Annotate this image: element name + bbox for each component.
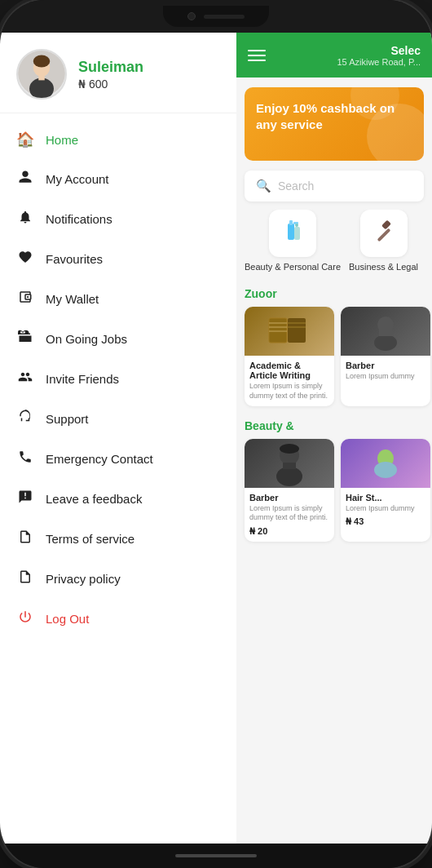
sidebar-item-notifications[interactable]: Notifications bbox=[0, 199, 236, 239]
categories-row: Beauty & Personal Care Business & Legal bbox=[236, 210, 432, 282]
hamburger-line-2 bbox=[248, 55, 266, 56]
heart-icon bbox=[16, 250, 34, 268]
svg-point-29 bbox=[374, 462, 397, 478]
svg-rect-4 bbox=[38, 74, 44, 80]
card-hair-styling-title: Hair St... bbox=[346, 493, 425, 503]
svg-point-10 bbox=[295, 224, 298, 227]
svg-rect-12 bbox=[381, 219, 391, 229]
svg-rect-7 bbox=[289, 220, 293, 225]
wallet-icon bbox=[16, 290, 34, 308]
person-icon bbox=[16, 170, 34, 188]
sidebar-item-emergency-contact[interactable]: Emergency Contact bbox=[0, 439, 236, 479]
hamburger-line-1 bbox=[248, 50, 266, 51]
category-item-business[interactable]: Business & Legal bbox=[349, 210, 418, 272]
headset-icon bbox=[16, 410, 34, 428]
sidebar-item-invite-friends-label: Invite Friends bbox=[46, 372, 119, 386]
main-content: Selec 15 Azikiwe Road, P... Enjoy 10% ca… bbox=[236, 33, 432, 844]
home-indicator[interactable] bbox=[175, 854, 257, 857]
svg-rect-26 bbox=[283, 463, 296, 469]
card-academic-body: Academic & Article Writing Lorem Ipsum i… bbox=[245, 356, 334, 405]
location-select-label[interactable]: Selec bbox=[337, 44, 421, 57]
card-hair-styling-price: ₦ 43 bbox=[346, 516, 425, 527]
front-camera bbox=[187, 12, 196, 20]
sidebar-item-my-wallet-label: My Wallet bbox=[46, 292, 99, 306]
sidebar-item-leave-feedback-label: Leave a feedback bbox=[46, 492, 142, 506]
sidebar-navigation: 🏠 Home My Account Notifications bbox=[0, 113, 236, 844]
section1-cards: Academic & Article Writing Lorem Ipsum i… bbox=[236, 307, 432, 414]
sidebar-item-favourites[interactable]: Favourites bbox=[0, 239, 236, 279]
search-icon: 🔍 bbox=[256, 179, 271, 193]
svg-rect-23 bbox=[379, 330, 392, 336]
location-address: 15 Azikiwe Road, P... bbox=[337, 57, 421, 67]
card-barber2-price: ₦ 20 bbox=[249, 526, 329, 537]
sidebar-item-terms-of-service[interactable]: Terms of service bbox=[0, 519, 236, 559]
sidebar-item-notifications-label: Notifications bbox=[46, 212, 112, 226]
section2-cards: Barber Lorem Ipsum is simply dummy text … bbox=[236, 439, 432, 550]
svg-rect-6 bbox=[288, 224, 294, 240]
card-barber1-image bbox=[341, 307, 430, 356]
category-beauty-label: Beauty & Personal Care bbox=[245, 262, 341, 272]
svg-point-27 bbox=[280, 444, 299, 454]
card-academic-image bbox=[245, 307, 334, 356]
sidebar-item-invite-friends[interactable]: Invite Friends bbox=[0, 359, 236, 399]
sidebar-item-support-label: Support bbox=[46, 412, 89, 426]
sidebar-drawer: Suleiman ₦ 600 🏠 Home My Account bbox=[0, 33, 236, 844]
speaker bbox=[204, 15, 245, 19]
category-business-label: Business & Legal bbox=[349, 262, 418, 272]
main-header: Selec 15 Azikiwe Road, P... bbox=[236, 33, 432, 78]
svg-point-22 bbox=[374, 334, 397, 351]
card-barber2-title: Barber bbox=[249, 493, 329, 503]
jobs-icon bbox=[16, 330, 34, 348]
sidebar-item-favourites-label: Favourites bbox=[46, 252, 103, 266]
user-name: Suleiman bbox=[78, 59, 143, 76]
notch bbox=[163, 6, 269, 27]
category-item-beauty[interactable]: Beauty & Personal Care bbox=[245, 210, 341, 272]
hamburger-button[interactable] bbox=[248, 50, 266, 61]
section2-title: Beauty & bbox=[236, 414, 432, 439]
avatar bbox=[16, 49, 67, 100]
phone-frame: Suleiman ₦ 600 🏠 Home My Account bbox=[0, 0, 432, 868]
sidebar-item-privacy-policy-label: Privacy policy bbox=[46, 572, 121, 586]
svg-point-2 bbox=[33, 55, 51, 67]
card-barber1-desc: Lorem Ipsum dummy bbox=[346, 372, 425, 382]
phone-bottom-bar bbox=[0, 844, 432, 868]
sidebar-item-my-account[interactable]: My Account bbox=[0, 159, 236, 199]
card-academic[interactable]: Academic & Article Writing Lorem Ipsum i… bbox=[245, 307, 334, 405]
business-icon-box bbox=[360, 210, 408, 257]
banner-text: Enjoy 10% cashback on any service bbox=[256, 100, 412, 132]
card-barber1[interactable]: Barber Lorem Ipsum dummy bbox=[341, 307, 430, 405]
sidebar-item-on-going-jobs[interactable]: On Going Jobs bbox=[0, 319, 236, 359]
user-balance: ₦ 600 bbox=[78, 78, 143, 91]
search-placeholder-text: Search bbox=[278, 179, 314, 193]
sidebar-item-home[interactable]: 🏠 Home bbox=[0, 120, 236, 159]
sidebar-item-privacy-policy[interactable]: Privacy policy bbox=[0, 559, 236, 599]
card-hair-styling-desc: Lorem Ipsum dummy bbox=[346, 504, 425, 514]
card-barber1-body: Barber Lorem Ipsum dummy bbox=[341, 356, 430, 387]
card-barber2[interactable]: Barber Lorem Ipsum is simply dummy text … bbox=[245, 439, 334, 542]
sidebar-item-log-out[interactable]: Log Out bbox=[0, 599, 236, 639]
sidebar-item-my-account-label: My Account bbox=[46, 172, 109, 186]
status-bar bbox=[0, 0, 432, 33]
section1-title: Zuoor bbox=[236, 282, 432, 307]
phone-icon bbox=[16, 450, 34, 468]
card-hair-styling-image bbox=[341, 439, 430, 488]
sidebar-item-my-wallet[interactable]: My Wallet bbox=[0, 279, 236, 319]
sidebar-item-emergency-contact-label: Emergency Contact bbox=[46, 452, 153, 466]
card-barber1-title: Barber bbox=[346, 361, 425, 370]
card-academic-desc: Lorem Ipsum is simply dummy text of the … bbox=[249, 382, 329, 401]
card-barber2-image bbox=[245, 439, 334, 488]
sidebar-item-on-going-jobs-label: On Going Jobs bbox=[46, 332, 127, 346]
card-hair-styling[interactable]: Hair St... Lorem Ipsum dummy ₦ 43 bbox=[341, 439, 430, 542]
main-body: Enjoy 10% cashback on any service 🔍 Sear… bbox=[236, 78, 432, 844]
screen: Suleiman ₦ 600 🏠 Home My Account bbox=[0, 33, 432, 844]
sidebar-item-terms-of-service-label: Terms of service bbox=[46, 532, 134, 546]
bell-icon bbox=[16, 210, 34, 228]
hamburger-line-3 bbox=[248, 60, 266, 61]
svg-point-5 bbox=[27, 296, 29, 298]
feedback-icon bbox=[16, 489, 34, 508]
sidebar-item-support[interactable]: Support bbox=[0, 399, 236, 439]
beauty-icon-box bbox=[269, 210, 316, 257]
sidebar-item-home-label: Home bbox=[46, 133, 78, 147]
search-bar[interactable]: 🔍 Search bbox=[245, 170, 424, 202]
sidebar-item-leave-feedback[interactable]: Leave a feedback bbox=[0, 479, 236, 519]
